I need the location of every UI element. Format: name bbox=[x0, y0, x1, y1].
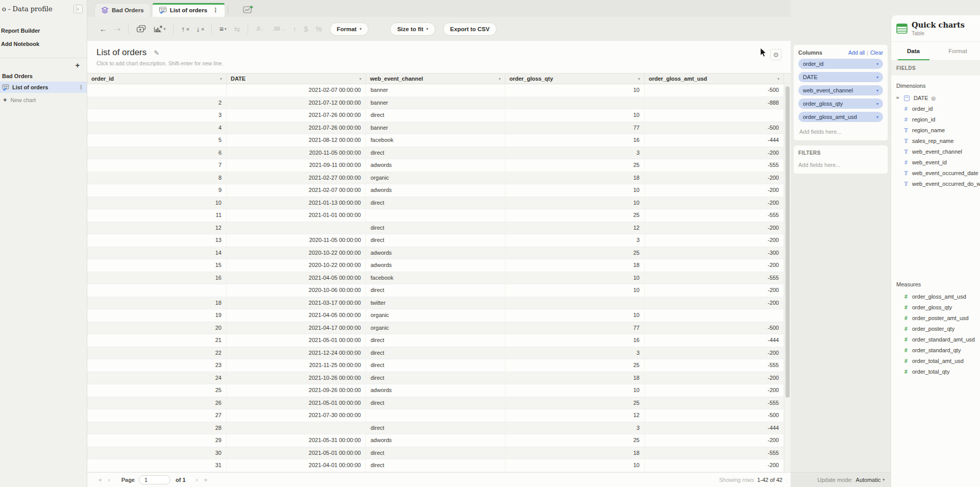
measure-field-row[interactable]: order_poster_qty bbox=[891, 324, 980, 334]
cell-order-gloss-amt-usd[interactable]: -500 bbox=[645, 84, 784, 96]
cell-date[interactable]: 2021-04-05 00:00:00 bbox=[227, 309, 366, 322]
cell-web-event-channel[interactable]: direct bbox=[366, 234, 505, 247]
cell-order-gloss-qty[interactable]: 18 bbox=[505, 447, 645, 459]
cell-web-event-channel[interactable]: direct bbox=[366, 334, 505, 347]
cell-order-gloss-amt-usd[interactable]: -200 bbox=[645, 347, 784, 359]
page-tab[interactable]: List of orders ⋮ bbox=[153, 3, 225, 17]
cell-date[interactable]: 2021-05-01 00:00:00 bbox=[227, 447, 366, 459]
column-header[interactable]: web_event_channel ▾ bbox=[366, 74, 505, 84]
cell-order-id[interactable]: 10 bbox=[87, 197, 227, 209]
cell-order-gloss-qty[interactable]: 10 bbox=[505, 384, 645, 397]
measure-field-row[interactable]: order_total_amt_usd bbox=[891, 356, 980, 367]
cell-date[interactable]: 2021-09-11 00:00:00 bbox=[227, 159, 366, 172]
chip-caret-icon[interactable]: ▾ bbox=[876, 62, 878, 66]
table-row[interactable]: 10 2021-01-13 00:00:00 direct 10 -200 bbox=[87, 197, 791, 210]
table-row[interactable]: 25 2021-09-26 00:00:00 adwords 10 -200 bbox=[87, 384, 791, 397]
column-menu-caret-icon[interactable]: ▾ bbox=[220, 77, 222, 81]
cell-date[interactable]: 2020-11-05 00:00:00 bbox=[227, 147, 366, 159]
cell-order-gloss-amt-usd[interactable]: -500 bbox=[645, 409, 784, 422]
cell-date[interactable]: 2021-01-13 00:00:00 bbox=[227, 197, 366, 209]
cell-order-gloss-qty[interactable]: 18 bbox=[505, 172, 645, 184]
cell-order-id[interactable]: 19 bbox=[87, 309, 227, 322]
table-row[interactable]: 5 2021-08-12 00:00:00 facebook 16 -444 bbox=[87, 134, 791, 147]
cell-order-id[interactable]: 7 bbox=[87, 159, 227, 172]
table-row[interactable]: 16 2021-04-05 00:00:00 facebook 10 -555 bbox=[87, 272, 791, 285]
cell-date[interactable]: 2021-04-05 00:00:00 bbox=[227, 272, 366, 284]
cell-date[interactable]: 2021-05-01 00:00:00 bbox=[227, 334, 366, 347]
cell-order-gloss-amt-usd[interactable]: -444 bbox=[645, 422, 784, 434]
table-row[interactable]: 19 2021-04-05 00:00:00 organic 10 bbox=[87, 309, 791, 322]
table-row[interactable]: 4 2021-07-26 00:00:00 banner 77 -500 bbox=[87, 122, 791, 135]
cell-web-event-channel[interactable] bbox=[366, 209, 505, 222]
cell-web-event-channel[interactable]: banner bbox=[366, 122, 505, 134]
cell-order-id[interactable]: 13 bbox=[87, 234, 227, 247]
column-chip[interactable]: DATE ▾ bbox=[798, 72, 883, 82]
table-row[interactable]: 24 2021-10-26 00:00:00 direct 18 -200 bbox=[87, 372, 791, 385]
tab-menu-icon[interactable]: ⋮ bbox=[212, 7, 218, 14]
element-description-placeholder[interactable]: Click to add chart description. Shift-en… bbox=[96, 60, 791, 66]
cell-date[interactable]: 2021-07-26 00:00:00 bbox=[227, 109, 366, 121]
cell-order-gloss-qty[interactable]: 18 bbox=[505, 372, 645, 384]
cell-date[interactable]: 2021-04-01 00:00:00 bbox=[227, 459, 366, 472]
currency-format-button[interactable]: $ bbox=[304, 25, 308, 33]
cell-web-event-channel[interactable]: adwords bbox=[366, 259, 505, 272]
page-number-input[interactable] bbox=[139, 475, 170, 484]
cell-date[interactable]: 2021-12-24 00:00:00 bbox=[227, 347, 366, 359]
table-row[interactable]: 15 2020-10-22 00:00:00 adwords 18 -200 bbox=[87, 259, 791, 272]
cell-order-id[interactable]: 28 bbox=[87, 422, 227, 434]
number-format-button[interactable]: ↑ bbox=[292, 25, 296, 33]
table-row[interactable]: 11 2021-01-01 00:00:00 25 -555 bbox=[87, 209, 791, 222]
cell-order-gloss-amt-usd[interactable]: -444 bbox=[645, 134, 784, 147]
dimension-field-row[interactable]: = sales_rep_name ◎ bbox=[891, 136, 980, 147]
decrease-decimal-button[interactable]: .0← bbox=[256, 26, 265, 32]
cell-web-event-channel[interactable]: direct bbox=[366, 347, 505, 359]
duplicate-element-button[interactable] bbox=[136, 25, 146, 33]
measure-field-row[interactable]: order_gloss_qty bbox=[891, 302, 980, 313]
cell-web-event-channel[interactable]: direct bbox=[366, 147, 505, 159]
chip-caret-icon[interactable]: ▾ bbox=[876, 115, 878, 119]
update-mode-select[interactable]: Automatic ▾ bbox=[856, 477, 885, 483]
cell-order-gloss-amt-usd[interactable]: -555 bbox=[645, 159, 784, 172]
cell-order-id[interactable]: 22 bbox=[87, 347, 227, 359]
cell-order-gloss-qty[interactable]: 12 bbox=[505, 222, 645, 234]
percent-format-button[interactable]: % bbox=[315, 25, 322, 33]
cell-order-id[interactable]: 8 bbox=[87, 172, 227, 184]
add-all-link[interactable]: Add all bbox=[848, 50, 865, 56]
cell-order-id[interactable]: 4 bbox=[87, 122, 227, 134]
table-row[interactable]: 2021-02-07 00:00:00 banner 10 -500 bbox=[87, 84, 791, 97]
export-to-csv-button[interactable]: Export to CSV bbox=[443, 22, 497, 36]
cell-date[interactable]: 2020-10-22 00:00:00 bbox=[227, 259, 366, 272]
filters-add-fields-dropzone[interactable]: Add fields here... bbox=[798, 162, 883, 168]
column-chip[interactable]: order_gloss_qty ▾ bbox=[798, 99, 883, 109]
align-button[interactable]: ≡▾ bbox=[219, 25, 227, 33]
cell-date[interactable]: 2021-07-26 00:00:00 bbox=[227, 122, 366, 134]
cell-web-event-channel[interactable]: organic bbox=[366, 172, 505, 184]
dimension-field-row[interactable]: = DATE ◎ bbox=[891, 93, 980, 104]
cell-order-gloss-qty[interactable]: 10 bbox=[505, 309, 645, 322]
cell-order-gloss-amt-usd[interactable]: -200 bbox=[645, 184, 784, 197]
cell-order-gloss-qty[interactable]: 10 bbox=[505, 184, 645, 197]
table-row[interactable]: 14 2020-10-22 00:00:00 adwords 25 -300 bbox=[87, 247, 791, 260]
dimension-field-row[interactable]: = order_id ◎ bbox=[891, 104, 980, 114]
cell-web-event-channel[interactable]: banner bbox=[366, 84, 505, 96]
cell-order-id[interactable]: 31 bbox=[87, 459, 227, 472]
cell-web-event-channel[interactable]: organic bbox=[366, 322, 505, 334]
measure-field-row[interactable]: order_gloss_amt_usd bbox=[891, 291, 980, 302]
measure-field-row[interactable]: order_standard_amt_usd bbox=[891, 334, 980, 345]
table-row[interactable]: 30 2021-05-01 00:00:00 direct 18 -555 bbox=[87, 447, 791, 460]
cell-order-id[interactable]: 21 bbox=[87, 334, 227, 347]
cell-order-gloss-amt-usd[interactable]: -555 bbox=[645, 209, 784, 222]
cell-order-id[interactable]: 26 bbox=[87, 397, 227, 409]
cell-order-gloss-qty[interactable]: 10 bbox=[505, 284, 645, 297]
table-row[interactable]: 28 direct 3 -444 bbox=[87, 422, 791, 435]
cell-order-id[interactable]: 18 bbox=[87, 297, 227, 309]
cell-order-gloss-qty[interactable]: 16 bbox=[505, 134, 645, 147]
cell-web-event-channel[interactable]: direct bbox=[366, 397, 505, 409]
cell-order-id[interactable]: 25 bbox=[87, 384, 227, 397]
cell-web-event-channel[interactable]: direct bbox=[366, 284, 505, 297]
cell-order-id[interactable]: 5 bbox=[87, 134, 227, 147]
first-page-button[interactable]: « bbox=[99, 476, 102, 483]
table-row[interactable]: 21 2021-05-01 00:00:00 direct 16 -444 bbox=[87, 334, 791, 347]
cell-order-gloss-qty[interactable]: 10 bbox=[505, 84, 645, 96]
cell-web-event-channel[interactable]: adwords bbox=[366, 247, 505, 259]
